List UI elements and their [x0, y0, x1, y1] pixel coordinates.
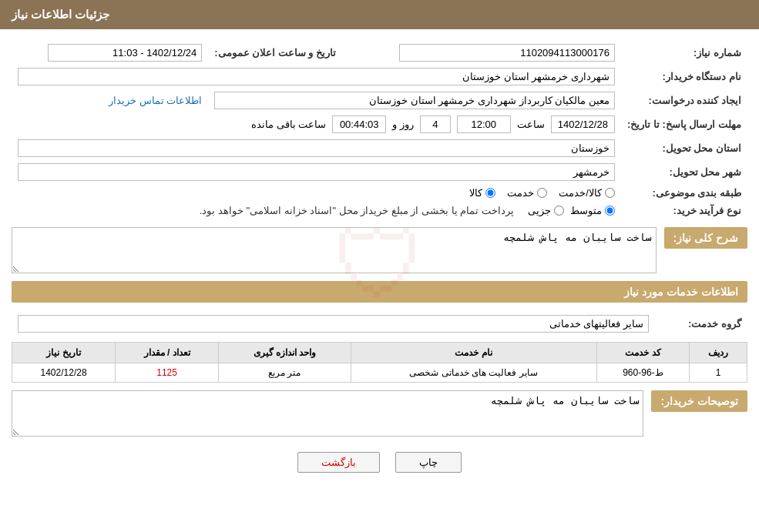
services-section-title: اطلاعات خدمات مورد نیاز	[12, 281, 747, 303]
service-code: ط-96-960	[596, 363, 690, 383]
need-description-section: شرح کلی نیاز: ساخت سایبان مه پاش شلمچه	[12, 227, 747, 273]
col-header-quantity: تعداد / مقدار	[116, 343, 219, 363]
process-radio-motavasset[interactable]	[605, 206, 615, 216]
process-label: نوع فرآیند خرید:	[621, 202, 747, 219]
process-note: پرداخت تمام یا بخشی از مبلغ خریداز محل "…	[200, 205, 514, 216]
category-radio-group: کالا/خدمت خدمت کالا	[18, 187, 615, 199]
contact-link[interactable]: اطلاعات تماس خریدار	[109, 95, 202, 106]
reply-days-label: روز و	[392, 119, 414, 130]
category-radio-khidmat[interactable]	[537, 188, 547, 198]
print-button[interactable]: چاپ	[395, 452, 462, 473]
reply-countdown-label: ساعت باقی مانده	[251, 119, 326, 130]
province-value: خوزستان	[18, 139, 615, 157]
buyer-org-label: نام دستگاه خریدار:	[621, 65, 747, 89]
page-header: جزئیات اطلاعات نیاز	[0, 0, 759, 29]
category-khidmat[interactable]: خدمت	[507, 187, 547, 199]
reply-countdown: 00:44:03	[332, 115, 386, 133]
buyer-description-section: توصیحات خریدار: ساخت سایبان مه پاش شلمچه	[12, 390, 747, 437]
city-label: شهر محل تحویل:	[621, 160, 747, 184]
service-group-table: گروه خدمت: سایر فعالیتهای خدماتی	[12, 312, 747, 336]
service-name: سایر فعالیت های خدماتی شخصی	[351, 363, 596, 383]
page-title: جزئیات اطلاعات نیاز	[12, 8, 109, 21]
category-kala[interactable]: کالا	[469, 187, 495, 199]
unit: متر مربع	[219, 363, 351, 383]
reply-date: 1402/12/28	[551, 115, 615, 133]
buyer-org-value: شهرداری خرمشهر استان خوزستان	[18, 68, 615, 85]
row-num: 1	[690, 363, 747, 383]
need-number-value: 1102094113000176	[399, 44, 615, 62]
process-row: متوسط جزیی پرداخت تمام یا بخشی از مبلغ خ…	[18, 205, 615, 216]
category-label: طبقه بندی موضوعی:	[621, 184, 747, 202]
reply-time: 12:00	[457, 115, 511, 133]
process-jozei[interactable]: جزیی	[528, 205, 564, 216]
category-radio-kala[interactable]	[485, 188, 495, 198]
category-kala-khidmat-label: کالا/خدمت	[559, 187, 602, 199]
buyer-description-textarea[interactable]: ساخت سایبان مه پاش شلمچه	[12, 390, 643, 437]
category-kala-label: کالا	[469, 187, 482, 199]
quantity: 1125	[116, 363, 219, 383]
reply-deadline-label: مهلت ارسال پاسخ: تا تاریخ:	[621, 112, 747, 136]
table-row: 1 ط-96-960 سایر فعالیت های خدماتی شخصی م…	[12, 363, 747, 383]
col-header-row-num: ردیف	[690, 343, 747, 363]
col-header-service-code: کد خدمت	[596, 343, 690, 363]
creator-value: معین مالکیان کاربرداز شهرداری خرمشهر است…	[214, 92, 615, 109]
reply-time-label: ساعت	[517, 119, 545, 130]
process-motavasset[interactable]: متوسط	[570, 205, 615, 216]
back-button[interactable]: بازگشت	[297, 452, 380, 473]
province-label: استان محل تحویل:	[621, 136, 747, 160]
col-header-service-name: نام خدمت	[351, 343, 596, 363]
main-info-table: شماره نیاز: 1102094113000176 تاریخ و ساع…	[12, 41, 747, 219]
creator-label: ایجاد کننده درخواست:	[621, 89, 747, 112]
services-table: ردیف کد خدمت نام خدمت واحد اندازه گیری ت…	[12, 342, 747, 383]
announce-value: 1402/12/24 - 11:03	[48, 44, 202, 62]
buyer-description-label: توصیحات خریدار:	[651, 390, 747, 412]
category-kala-khidmat[interactable]: کالا/خدمت	[559, 187, 615, 199]
process-radio-jozei[interactable]	[554, 206, 564, 216]
need-description-title: شرح کلی نیاز:	[664, 227, 747, 249]
category-khidmat-label: خدمت	[507, 187, 534, 199]
button-row: چاپ بازگشت	[12, 452, 747, 488]
process-motavasset-label: متوسط	[570, 205, 602, 216]
need-description-textarea[interactable]: ساخت سایبان مه پاش شلمچه	[12, 227, 657, 273]
need-date: 1402/12/28	[12, 363, 116, 383]
city-value: خرمشهر	[18, 163, 615, 181]
service-group-label: گروه خدمت:	[655, 312, 747, 336]
need-number-label: شماره نیاز:	[621, 41, 747, 65]
announce-label: تاریخ و ساعت اعلان عمومی:	[208, 41, 351, 65]
col-header-date: تاریخ نیاز	[12, 343, 116, 363]
process-jozei-label: جزیی	[528, 205, 551, 216]
category-radio-kala-khidmat[interactable]	[605, 188, 615, 198]
reply-days: 4	[420, 115, 451, 133]
service-group-value: سایر فعالیتهای خدماتی	[18, 315, 649, 333]
col-header-unit: واحد اندازه گیری	[219, 343, 351, 363]
